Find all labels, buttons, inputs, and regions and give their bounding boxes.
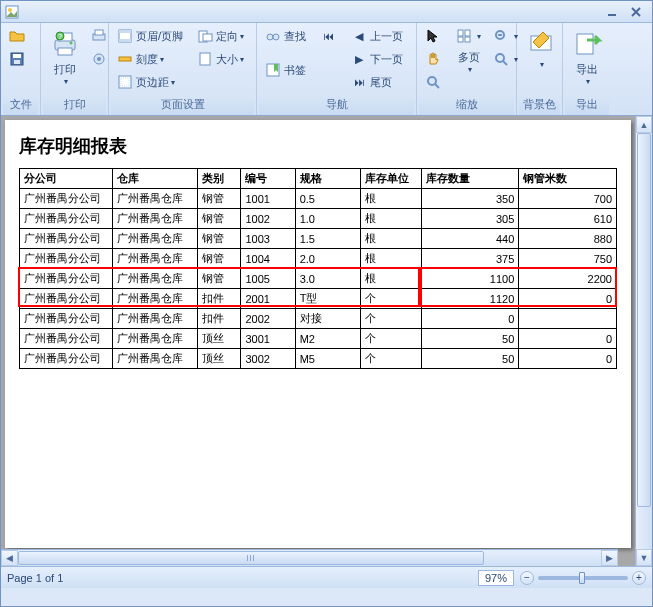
svg-point-28 bbox=[273, 34, 279, 40]
printer-icon: ? bbox=[49, 28, 81, 60]
table-cell: M5 bbox=[295, 349, 360, 369]
orientation-button[interactable]: 定向▾ bbox=[193, 25, 248, 47]
ribbon-group-bgcolor: ▾ 背景色 bbox=[517, 23, 563, 115]
table-cell: 根 bbox=[360, 189, 421, 209]
table-cell: 广州番禺仓库 bbox=[113, 329, 198, 349]
first-page-button[interactable]: ⏮ bbox=[316, 25, 343, 47]
orientation-icon bbox=[197, 28, 213, 44]
table-cell: 0 bbox=[421, 309, 519, 329]
table-cell: 广州番禺分公司 bbox=[20, 309, 113, 329]
table-cell: 2.0 bbox=[295, 249, 360, 269]
table-cell: 1004 bbox=[241, 249, 295, 269]
table-cell: 广州番禺分公司 bbox=[20, 349, 113, 369]
many-pages-button[interactable]: ▾ bbox=[452, 25, 485, 47]
table-cell: 1100 bbox=[421, 269, 519, 289]
ribbon-group-print: ? 打印 ▾ 打印 bbox=[41, 23, 109, 115]
table-cell: 3002 bbox=[241, 349, 295, 369]
pointer-button[interactable] bbox=[421, 25, 448, 47]
prev-page-button[interactable]: ◀上一页 bbox=[347, 25, 407, 47]
table-cell: 1.5 bbox=[295, 229, 360, 249]
window-close-button[interactable] bbox=[624, 4, 648, 20]
table-cell: 1003 bbox=[241, 229, 295, 249]
binoculars-icon bbox=[265, 28, 281, 44]
last-page-button[interactable]: ⏭尾页 bbox=[347, 71, 407, 93]
zoom-percent[interactable]: 97% bbox=[478, 570, 514, 586]
table-cell: 广州番禺仓库 bbox=[113, 229, 198, 249]
export-button[interactable]: 导出▾ bbox=[567, 25, 607, 89]
table-cell: 350 bbox=[421, 189, 519, 209]
magnifier-button[interactable] bbox=[421, 71, 448, 93]
table-row: 广州番禺分公司广州番禺仓库钢管10010.5根350700 bbox=[20, 189, 617, 209]
header-footer-icon bbox=[117, 28, 133, 44]
ribbon-group-label: 导航 bbox=[259, 95, 414, 115]
find-button[interactable]: 查找 bbox=[261, 25, 310, 47]
hand-button[interactable] bbox=[421, 48, 448, 70]
table-cell: 个 bbox=[360, 309, 421, 329]
table-cell: 根 bbox=[360, 209, 421, 229]
ribbon-group-label: 文件 bbox=[3, 95, 38, 115]
zoom-slider-knob[interactable] bbox=[579, 572, 585, 584]
export-icon bbox=[571, 28, 603, 60]
size-button[interactable]: 大小▾ bbox=[193, 48, 248, 70]
zoom-slider[interactable] bbox=[538, 576, 628, 580]
cursor-icon bbox=[425, 28, 441, 44]
bgcolor-button[interactable]: ▾ bbox=[521, 25, 561, 72]
save-button[interactable] bbox=[5, 48, 32, 70]
scroll-down-button[interactable]: ▼ bbox=[636, 549, 652, 566]
print-button[interactable]: ? 打印 ▾ bbox=[45, 25, 85, 89]
table-cell: 广州番禺分公司 bbox=[20, 249, 113, 269]
margins-button[interactable]: 页边距▾ bbox=[113, 71, 187, 93]
table-cell: 0.5 bbox=[295, 189, 360, 209]
table-cell: 2200 bbox=[519, 269, 617, 289]
table-row: 广州番禺分公司广州番禺仓库顶丝3001M2个500 bbox=[20, 329, 617, 349]
next-page-button[interactable]: ▶下一页 bbox=[347, 48, 407, 70]
svg-rect-7 bbox=[14, 60, 20, 64]
magnifier-icon bbox=[425, 74, 441, 90]
zoom-plus-button[interactable]: + bbox=[632, 571, 646, 585]
table-cell: 广州番禺仓库 bbox=[113, 309, 198, 329]
table-cell: 375 bbox=[421, 249, 519, 269]
table-cell: 个 bbox=[360, 329, 421, 349]
table-cell: 钢管 bbox=[198, 209, 241, 229]
table-header: 分公司 bbox=[20, 169, 113, 189]
table-cell: 根 bbox=[360, 269, 421, 289]
ribbon-group-export: 导出▾ 导出 bbox=[563, 23, 611, 115]
scroll-up-button[interactable]: ▲ bbox=[636, 116, 652, 133]
table-cell: 扣件 bbox=[198, 289, 241, 309]
table-cell: 广州番禺分公司 bbox=[20, 289, 113, 309]
scroll-left-button[interactable]: ◀ bbox=[1, 550, 18, 566]
many-pages-big-button[interactable]: 多页▾ bbox=[452, 48, 485, 77]
open-button[interactable] bbox=[5, 25, 32, 47]
svg-line-31 bbox=[435, 84, 439, 88]
vscroll-thumb[interactable] bbox=[637, 133, 651, 507]
table-cell: 广州番禺仓库 bbox=[113, 349, 198, 369]
horizontal-scrollbar[interactable]: ◀ ▶ bbox=[1, 549, 618, 566]
svg-rect-15 bbox=[95, 30, 103, 35]
ribbon-group-label: 导出 bbox=[565, 95, 609, 115]
table-header: 仓库 bbox=[113, 169, 198, 189]
table-cell: 广州番禺分公司 bbox=[20, 329, 113, 349]
multi-page-icon bbox=[456, 28, 472, 44]
paint-bucket-icon bbox=[525, 28, 557, 60]
vertical-scrollbar[interactable]: ▲ ▼ bbox=[635, 116, 652, 566]
svg-rect-25 bbox=[203, 34, 212, 41]
window-minimize-button[interactable] bbox=[600, 4, 624, 20]
table-cell: T型 bbox=[295, 289, 360, 309]
hscroll-thumb[interactable] bbox=[18, 551, 484, 565]
svg-point-38 bbox=[496, 54, 504, 62]
header-footer-button[interactable]: 页眉/页脚 bbox=[113, 25, 187, 47]
bookmark-button[interactable]: 书签 bbox=[261, 48, 310, 92]
scale-button[interactable]: 刻度▾ bbox=[113, 48, 187, 70]
table-cell: 广州番禺分公司 bbox=[20, 269, 113, 289]
report-viewer: 库存明细报表 分公司仓库类别编号规格库存单位库存数量钢管米数广州番禺分公司广州番… bbox=[1, 116, 652, 566]
scroll-right-button[interactable]: ▶ bbox=[601, 550, 618, 566]
ruler-icon bbox=[117, 51, 133, 67]
table-header: 钢管米数 bbox=[519, 169, 617, 189]
folder-open-icon bbox=[9, 28, 25, 44]
ribbon-group-navigation: 查找 书签 ⏮ ◀上一页 ▶下一页 ⏭尾页 导航 bbox=[257, 23, 417, 115]
ribbon-group-label: 打印 bbox=[43, 95, 106, 115]
printer-small-icon bbox=[91, 28, 107, 44]
table-cell: 305 bbox=[421, 209, 519, 229]
table-cell: 750 bbox=[519, 249, 617, 269]
zoom-minus-button[interactable]: − bbox=[520, 571, 534, 585]
